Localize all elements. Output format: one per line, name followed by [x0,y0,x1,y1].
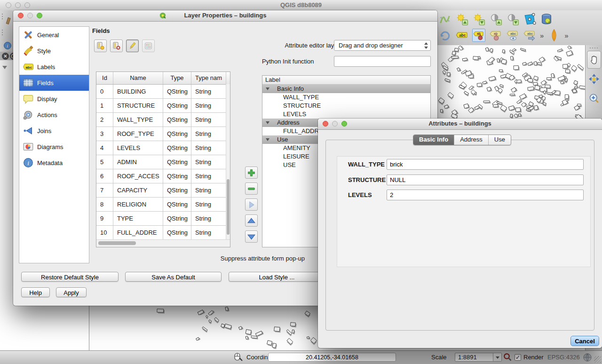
zoom-in-tool[interactable] [587,89,601,107]
tree-item[interactable]: STRUCTURE [262,102,430,110]
table-cell: QString [163,113,191,127]
table-row[interactable]: 9TYPEQStringString [96,212,230,226]
apply-button[interactable]: Apply [56,287,87,297]
tree-item[interactable]: WALL_TYPE [262,93,430,102]
render-checkbox[interactable]: ✓ [515,354,521,361]
layer-properties-titlebar[interactable]: Layer Properties – buildings [13,10,437,22]
resize-grip[interactable] [594,356,601,363]
table-row[interactable]: 10FULL_ADDREQStringString [96,226,230,240]
table-row[interactable]: 4LEVELSQStringString [96,141,230,155]
scale-magnifier-icon[interactable] [502,352,513,363]
sidebar-item-style[interactable]: Style [19,43,89,59]
info-stub-icon: i [3,41,12,50]
help-button[interactable]: Help [21,287,50,297]
node-tool-icon[interactable] [523,13,536,26]
remove-button[interactable] [245,182,258,195]
add-button[interactable] [245,166,258,179]
coordinate-input[interactable] [268,353,396,362]
sidebar-item-actions[interactable]: Actions [19,107,89,123]
table-row[interactable]: 0BUILDINGQStringString [96,85,230,99]
table-row[interactable]: 1STRUCTUREQStringString [96,99,230,113]
map-canvas[interactable] [437,45,585,119]
table-row[interactable]: 2WALL_TYPEQStringString [96,113,230,127]
table-row[interactable]: 8RELIGIONQStringString [96,198,230,212]
tab-basic-info[interactable]: Basic Info [413,135,454,145]
table-cell: 4 [96,141,113,155]
globe-icon[interactable] [582,352,593,363]
label-move-icon[interactable]: abc [523,29,536,42]
sidebar-item-metadata[interactable]: iMetadata [19,155,89,171]
delete-column-button[interactable] [110,40,123,52]
sidebar-item-general[interactable]: General [19,27,89,43]
move-down-button[interactable] [245,230,258,243]
sidebar-item-joins[interactable]: Joins [19,123,89,139]
promote-button[interactable] [245,198,258,211]
table-row[interactable]: 5ADMINQStringString [96,155,230,169]
database-icon[interactable] [540,13,553,26]
python-init-input[interactable] [334,56,431,67]
tab-address[interactable]: Address [454,135,489,145]
column-header[interactable]: Type [163,72,191,84]
tree-group[interactable]: Basic Info [262,85,430,93]
add-icon [247,168,256,177]
triangle-down-icon[interactable] [266,121,269,124]
labels-icon: abc [23,62,33,72]
table-cell: 6 [96,169,113,183]
label-pin-icon[interactable]: ab [472,29,485,42]
table-cell: String [191,169,226,183]
table-row[interactable]: 6ROOF_ACCESQStringString [96,169,230,183]
label-eye-icon[interactable]: abc [506,29,519,42]
levels-input[interactable] [387,190,584,200]
table-row[interactable]: 7CAPACITYQStringString [96,183,230,198]
triangle-down-icon[interactable] [266,87,269,90]
tree-item-label: AMENITY [283,144,310,151]
chevrons-icon[interactable]: » [564,29,568,42]
restore-default-style-button[interactable]: Restore Default Style [21,272,119,282]
tab-use[interactable]: Use [489,135,511,145]
tracking-icon[interactable] [233,352,244,363]
sidebar-item-display[interactable]: Display [19,91,89,107]
redo-icon[interactable] [438,29,452,42]
sidebar-item-diagrams[interactable]: Diagrams [19,139,89,155]
contrast-raise-icon[interactable] [489,13,502,26]
toggle-editing-button[interactable] [126,40,139,52]
attributes-titlebar[interactable]: Attributes – buildings [318,119,602,130]
feather-icon[interactable] [547,29,561,42]
sun-raise-icon[interactable] [455,13,468,26]
sidebar-item-fields[interactable]: Fields [19,75,89,91]
dock-handle[interactable] [589,47,599,49]
scale-select[interactable]: 1:8891 [455,353,502,362]
panel-header: ✕ ⓘ [0,52,13,61]
wall-type-input[interactable] [387,159,584,170]
load-style-button[interactable]: Load Style ... [229,272,325,282]
vertical-scrollbar[interactable] [226,84,230,239]
editor-layout-select[interactable]: Drag and drop designer [334,40,431,51]
horizontal-scrollbar[interactable] [96,239,230,247]
pan-selected-tool[interactable] [587,70,601,88]
column-header[interactable]: Name [113,72,163,84]
collapse-arrow-icon[interactable] [2,66,7,69]
column-header[interactable]: Id [96,72,113,84]
label-ab-pin-icon[interactable]: ab [489,29,502,42]
chevrons-icon[interactable]: » [540,29,544,42]
panel-close-icon[interactable]: ✕ [2,53,9,60]
column-header[interactable]: Type nam [191,72,226,84]
save-as-default-button[interactable]: Save As Default [125,272,222,282]
table-cell: String [191,85,226,99]
sun-lower-icon[interactable] [472,13,485,26]
table-row[interactable]: 3ROOF_TYPEQStringString [96,127,230,141]
editor-layout-label: Attribute editor layout: [262,42,344,49]
structure-input[interactable] [387,174,584,185]
pan-hand-tool[interactable] [587,51,601,69]
table-cell: 7 [96,183,113,198]
sidebar-item-labels[interactable]: abcLabels [19,59,89,75]
field-calculator-button[interactable] [142,40,155,52]
label-abc-icon[interactable]: abc [455,29,468,42]
new-column-button[interactable] [94,40,107,52]
cancel-button[interactable]: Cancel [570,336,599,346]
simplify-feature-icon[interactable] [438,13,452,26]
move-up-button[interactable] [245,214,258,227]
triangle-down-icon[interactable] [266,138,269,141]
contrast-lower-icon[interactable] [506,13,519,26]
tree-item[interactable]: LEVELS [262,110,430,119]
